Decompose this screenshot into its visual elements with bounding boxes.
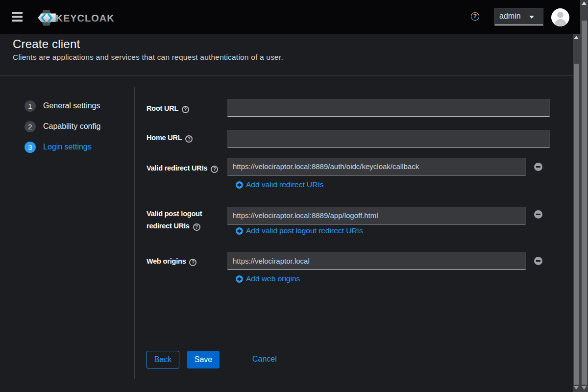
svg-text:KEYCLOAK: KEYCLOAK [56,13,115,24]
